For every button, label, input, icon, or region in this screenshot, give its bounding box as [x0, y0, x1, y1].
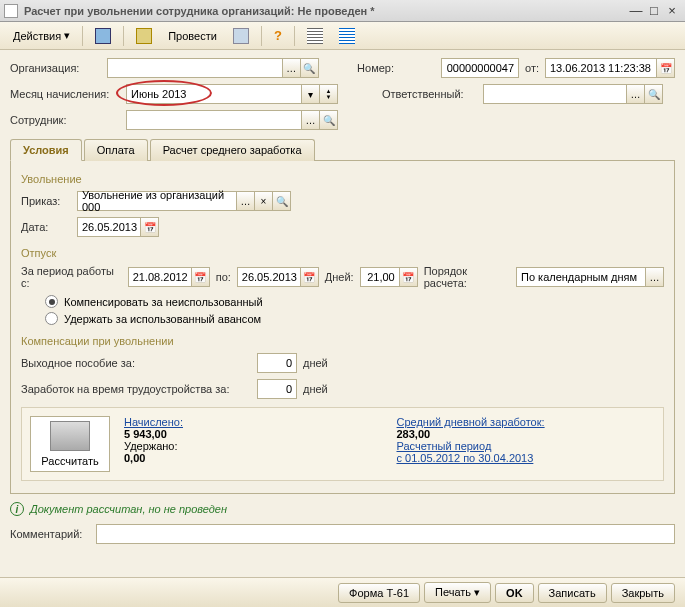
order-search-button[interactable]: 🔍 — [273, 191, 291, 211]
withheld-label: Удержано: — [124, 440, 383, 452]
calculator-icon — [50, 421, 90, 451]
save-icon[interactable] — [88, 25, 118, 47]
settings-icon[interactable] — [332, 25, 362, 47]
dis-date-calendar-button[interactable]: 📅 — [141, 217, 159, 237]
period-label: За период работы с: — [21, 265, 122, 289]
org-field[interactable] — [107, 58, 283, 78]
date-field[interactable]: 13.06.2013 11:23:38 — [545, 58, 657, 78]
movements-icon[interactable] — [226, 25, 256, 47]
resp-search-button[interactable]: 🔍 — [645, 84, 663, 104]
month-field[interactable]: Июнь 2013 — [126, 84, 302, 104]
tab-conditions[interactable]: Условия — [10, 139, 82, 161]
resp-field[interactable] — [483, 84, 627, 104]
num-field[interactable]: 00000000047 — [441, 58, 519, 78]
emp-search-button[interactable]: 🔍 — [320, 110, 338, 130]
toolbar: Действия ▾ Провести ? — [0, 22, 685, 50]
print-button[interactable]: Печать ▾ — [424, 582, 491, 603]
sev-label: Выходное пособие за: — [21, 357, 251, 369]
save-button[interactable]: Записать — [538, 583, 607, 603]
period-from-field[interactable]: 21.08.2012 — [128, 267, 192, 287]
calculate-button[interactable]: Рассчитать — [30, 416, 110, 472]
ok-button[interactable]: OK — [495, 583, 534, 603]
list-icon[interactable] — [300, 25, 330, 47]
window-title: Расчет при увольнении сотрудника организ… — [24, 5, 627, 17]
t61-button[interactable]: Форма Т-61 — [338, 583, 420, 603]
accrued-label[interactable]: Начислено: — [124, 416, 383, 428]
app-icon — [4, 4, 18, 18]
comp-group: Компенсации при увольнении — [21, 335, 664, 347]
actions-menu[interactable]: Действия ▾ — [6, 26, 77, 45]
month-label: Месяц начисления: — [10, 88, 120, 100]
period-to-field[interactable]: 26.05.2013 — [237, 267, 301, 287]
footer: Форма Т-61 Печать ▾ OK Записать Закрыть — [0, 577, 685, 607]
tab-payment[interactable]: Оплата — [84, 139, 148, 161]
tabstrip: Условия Оплата Расчет среднего заработка — [10, 138, 675, 161]
radio-withhold[interactable]: Удержать за использованный авансом — [45, 312, 664, 325]
order-field[interactable]: Увольнение из организаций 000 — [77, 191, 237, 211]
comment-field[interactable] — [96, 524, 675, 544]
sev-field[interactable]: 0 — [257, 353, 297, 373]
to-label: по: — [216, 271, 231, 283]
status-bar: i Документ рассчитан, но не проведен — [10, 502, 675, 516]
org-search-button[interactable]: 🔍 — [301, 58, 319, 78]
resp-label: Ответственный: — [382, 88, 477, 100]
emp-field[interactable] — [126, 110, 302, 130]
calcorder-button[interactable]: … — [646, 267, 664, 287]
content: Организация: …🔍 Номер: 00000000047 от: 1… — [0, 50, 685, 558]
period-label2[interactable]: Расчетный период — [397, 440, 656, 452]
titlebar: Расчет при увольнении сотрудника организ… — [0, 0, 685, 22]
calc-panel: Рассчитать Начислено: 5 943,00 Удержано:… — [21, 407, 664, 481]
avg-label[interactable]: Средний дневной заработок: — [397, 416, 656, 428]
days-calc-button[interactable]: 📅 — [400, 267, 418, 287]
avg-value: 283,00 — [397, 428, 656, 440]
days-unit2: дней — [303, 383, 328, 395]
order-clear-button[interactable]: × — [255, 191, 273, 211]
earn-label: Заработок на время трудоустройства за: — [21, 383, 251, 395]
radio-dot — [45, 312, 58, 325]
org-label: Организация: — [10, 62, 101, 74]
radio-compensate[interactable]: Компенсировать за неиспользованный — [45, 295, 664, 308]
minimize-button[interactable]: — — [627, 3, 645, 18]
calcorder-field[interactable]: По календарным дням — [516, 267, 646, 287]
days-field[interactable]: 21,00 — [360, 267, 400, 287]
date-calendar-button[interactable]: 📅 — [657, 58, 675, 78]
calcorder-label: Порядок расчета: — [424, 265, 510, 289]
dismissal-group: Увольнение — [21, 173, 664, 185]
period-value[interactable]: с 01.05.2012 по 30.04.2013 — [397, 452, 656, 464]
month-dropdown-button[interactable]: ▾ — [302, 84, 320, 104]
info-icon: i — [10, 502, 24, 516]
close-button[interactable]: × — [663, 3, 681, 18]
vacation-group: Отпуск — [21, 247, 664, 259]
post-icon[interactable] — [129, 25, 159, 47]
post-button[interactable]: Провести — [161, 27, 224, 45]
dis-date-field[interactable]: 26.05.2013 — [77, 217, 141, 237]
order-ellipsis-button[interactable]: … — [237, 191, 255, 211]
month-spinner[interactable]: ▲▼ — [320, 84, 338, 104]
emp-ellipsis-button[interactable]: … — [302, 110, 320, 130]
status-text: Документ рассчитан, но не проведен — [30, 503, 227, 515]
help-icon[interactable]: ? — [267, 25, 289, 46]
tab-body: Увольнение Приказ: Увольнение из организ… — [10, 161, 675, 494]
resp-ellipsis-button[interactable]: … — [627, 84, 645, 104]
emp-label: Сотрудник: — [10, 114, 120, 126]
earn-field[interactable]: 0 — [257, 379, 297, 399]
comment-label: Комментарий: — [10, 528, 90, 540]
days-unit: дней — [303, 357, 328, 369]
withheld-value: 0,00 — [124, 452, 383, 464]
order-label: Приказ: — [21, 195, 71, 207]
close-footer-button[interactable]: Закрыть — [611, 583, 675, 603]
org-ellipsis-button[interactable]: … — [283, 58, 301, 78]
to-calendar-button[interactable]: 📅 — [301, 267, 319, 287]
maximize-button[interactable]: □ — [645, 3, 663, 18]
num-label: Номер: — [357, 62, 435, 74]
dis-date-label: Дата: — [21, 221, 71, 233]
accrued-value: 5 943,00 — [124, 428, 383, 440]
from-calendar-button[interactable]: 📅 — [192, 267, 210, 287]
days-label: Дней: — [325, 271, 354, 283]
radio-dot — [45, 295, 58, 308]
from-label: от: — [525, 62, 539, 74]
tab-avgcalc[interactable]: Расчет среднего заработка — [150, 139, 315, 161]
